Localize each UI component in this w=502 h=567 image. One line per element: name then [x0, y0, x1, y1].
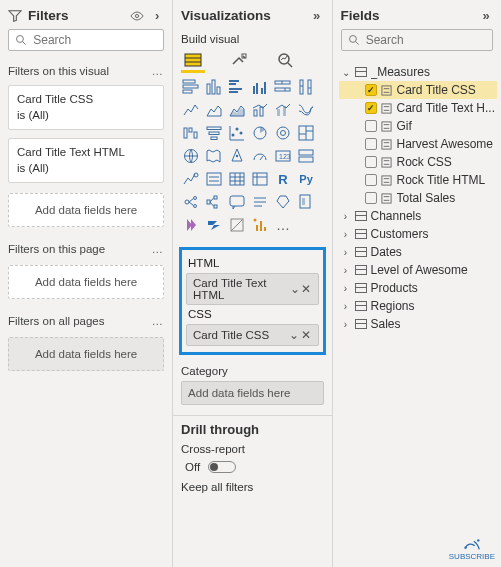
chevron-down-icon[interactable]: ⌄ — [290, 282, 301, 296]
well-label-html: HTML — [186, 254, 318, 271]
checkbox[interactable] — [365, 192, 377, 204]
field-item[interactable]: ✓Card Title Text H... — [339, 99, 497, 117]
hundred-column-icon[interactable] — [296, 77, 316, 97]
remove-icon[interactable]: ✕ — [300, 328, 312, 342]
expand-icon[interactable]: › — [150, 9, 164, 23]
filter-card[interactable]: Card Title Text HTML is (All) — [8, 138, 164, 183]
hundred-bar-icon[interactable] — [273, 77, 293, 97]
svg-rect-21 — [261, 88, 263, 94]
field-item[interactable]: Rock Title HTML — [339, 171, 497, 189]
multicard-icon[interactable] — [296, 146, 316, 166]
toggle-switch[interactable] — [208, 461, 236, 473]
format-tab-icon[interactable] — [227, 49, 251, 73]
pie-icon[interactable] — [250, 123, 270, 143]
clustered-column-icon[interactable] — [250, 77, 270, 97]
chevron-down-icon[interactable]: ⌄ — [288, 328, 300, 342]
field-item[interactable]: ✓Card Title CSS — [339, 81, 497, 99]
donut-icon[interactable] — [273, 123, 293, 143]
fields-search-input[interactable] — [366, 33, 486, 47]
table-item[interactable]: ›Regions — [339, 297, 497, 315]
remove-icon[interactable]: ✕ — [301, 282, 312, 296]
key-influencers-icon[interactable] — [181, 192, 201, 212]
custom-visual-2-icon[interactable] — [250, 215, 270, 235]
ribbon-chart-icon[interactable] — [296, 100, 316, 120]
custom-visual-1-icon[interactable] — [227, 215, 247, 235]
gauge-icon[interactable] — [250, 146, 270, 166]
waterfall-icon[interactable] — [181, 123, 201, 143]
filters-all-drop[interactable]: Add data fields here — [8, 337, 164, 371]
scatter-icon[interactable] — [227, 123, 247, 143]
field-item[interactable]: Harvest Awesome — [339, 135, 497, 153]
filters-search-input[interactable] — [33, 33, 157, 47]
kpi-icon[interactable] — [181, 169, 201, 189]
subscribe-badge[interactable]: SUBSCRIBE — [449, 537, 495, 561]
svg-rect-14 — [217, 87, 220, 94]
combo-chart-icon[interactable] — [250, 100, 270, 120]
more-icon[interactable]: … — [152, 315, 165, 327]
map-icon[interactable] — [181, 146, 201, 166]
category-drop[interactable]: Add data fields here — [181, 381, 323, 405]
filters-page-drop[interactable]: Add data fields here — [8, 265, 164, 299]
field-label: Harvest Awesome — [397, 137, 494, 151]
svg-rect-19 — [253, 86, 255, 94]
show-hide-icon[interactable] — [130, 9, 144, 23]
smart-narrative-icon[interactable] — [250, 192, 270, 212]
combo-stack-icon[interactable] — [273, 100, 293, 120]
filters-visual-drop[interactable]: Add data fields here — [8, 193, 164, 227]
more-icon[interactable]: … — [152, 65, 165, 77]
stacked-area-icon[interactable] — [227, 100, 247, 120]
automate-icon[interactable] — [204, 215, 224, 235]
checkbox[interactable] — [365, 138, 377, 150]
fields-search[interactable] — [341, 29, 493, 51]
checkbox[interactable] — [365, 120, 377, 132]
filters-search[interactable] — [8, 29, 164, 51]
table-item[interactable]: ›Level of Awesome — [339, 261, 497, 279]
collapse-icon[interactable]: » — [479, 9, 493, 23]
svg-rect-11 — [183, 90, 192, 93]
powerapps-icon[interactable] — [181, 215, 201, 235]
clustered-bar-icon[interactable] — [227, 77, 247, 97]
table-item[interactable]: ›Customers — [339, 225, 497, 243]
azure-map-icon[interactable] — [227, 146, 247, 166]
build-tab-icon[interactable] — [181, 49, 205, 73]
analytics-tab-icon[interactable] — [273, 49, 297, 73]
stacked-column-icon[interactable] — [204, 77, 224, 97]
py-visual-icon[interactable]: Py — [296, 169, 316, 189]
decomposition-icon[interactable] — [204, 192, 224, 212]
field-item[interactable]: Total Sales — [339, 189, 497, 207]
treemap-icon[interactable] — [296, 123, 316, 143]
field-item[interactable]: Rock CSS — [339, 153, 497, 171]
table-item[interactable]: ›Channels — [339, 207, 497, 225]
area-chart-icon[interactable] — [204, 100, 224, 120]
table-item[interactable]: ›Sales — [339, 315, 497, 333]
matrix-icon[interactable] — [250, 169, 270, 189]
checkbox[interactable] — [365, 156, 377, 168]
collapse-icon[interactable]: » — [310, 9, 324, 23]
stacked-bar-icon[interactable] — [181, 77, 201, 97]
table-icon[interactable] — [227, 169, 247, 189]
fields-pane: Fields » ⌄ _Measures ✓Card Title CSS✓Car… — [333, 0, 502, 567]
table-item[interactable]: ›Dates — [339, 243, 497, 261]
line-chart-icon[interactable] — [181, 100, 201, 120]
r-visual-icon[interactable]: R — [273, 169, 293, 189]
field-item[interactable]: Gif — [339, 117, 497, 135]
filter-card[interactable]: Card Title CSS is (All) — [8, 85, 164, 130]
paginated-icon[interactable] — [296, 192, 316, 212]
table-item[interactable]: ›Products — [339, 279, 497, 297]
goals-icon[interactable] — [273, 192, 293, 212]
slicer-icon[interactable] — [204, 169, 224, 189]
table-measures[interactable]: ⌄ _Measures — [339, 63, 497, 81]
svg-rect-67 — [253, 173, 267, 185]
table-label: Level of Awesome — [371, 263, 468, 277]
qna-icon[interactable] — [227, 192, 247, 212]
well-chip-html[interactable]: Card Title Text HTML ⌄ ✕ — [186, 273, 318, 305]
filled-map-icon[interactable] — [204, 146, 224, 166]
more-icon[interactable]: … — [152, 243, 165, 255]
checkbox[interactable]: ✓ — [365, 102, 377, 114]
checkbox[interactable] — [365, 174, 377, 186]
well-chip-css[interactable]: Card Title CSS ⌄ ✕ — [186, 324, 318, 346]
checkbox[interactable]: ✓ — [365, 84, 377, 96]
card-icon[interactable]: 123 — [273, 146, 293, 166]
funnel-icon[interactable] — [204, 123, 224, 143]
get-more-visuals-icon[interactable]: … — [273, 215, 293, 235]
